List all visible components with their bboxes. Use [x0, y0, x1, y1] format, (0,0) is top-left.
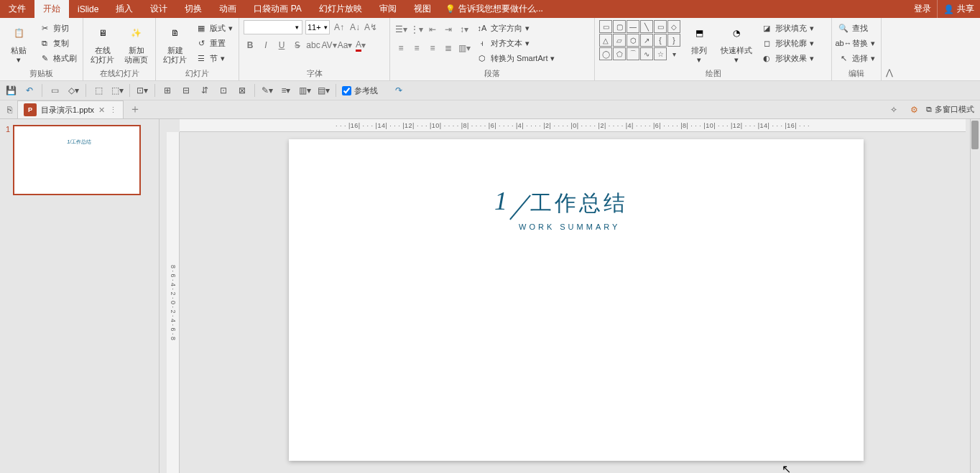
- pin-button[interactable]: ✧: [886, 102, 902, 118]
- cut-button[interactable]: ✂剪切: [37, 22, 78, 34]
- qa-btn-13[interactable]: ▥▾: [298, 84, 311, 97]
- multi-window-button[interactable]: ⧉ 多窗口模式: [926, 102, 974, 118]
- menu-review[interactable]: 审阅: [371, 0, 405, 18]
- replace-icon: ab↔: [838, 37, 849, 49]
- menu-transition[interactable]: 切换: [176, 0, 211, 18]
- qa-btn-7[interactable]: ⊟: [180, 84, 193, 97]
- shape-outline-button[interactable]: ◻形状轮廓 ▾: [759, 37, 815, 50]
- shadow-button[interactable]: abc: [307, 39, 320, 52]
- font-size-select[interactable]: 11+▾: [305, 20, 330, 34]
- strike-button[interactable]: S̶: [291, 39, 304, 52]
- layout-button[interactable]: ▦版式 ▾: [194, 22, 234, 34]
- section-button[interactable]: ☰节 ▾: [194, 52, 234, 65]
- vertical-scroll-thumb[interactable]: [971, 121, 979, 149]
- reset-button[interactable]: ↺重置: [194, 37, 234, 50]
- close-tab-button[interactable]: ✕: [98, 106, 105, 115]
- font-family-select[interactable]: ▾: [244, 20, 302, 34]
- slide-canvas[interactable]: 1 工作总结 WORK SUMMARY: [289, 139, 864, 461]
- qa-btn-10[interactable]: ⊠: [236, 84, 249, 97]
- underline-button[interactable]: U: [275, 39, 288, 52]
- qa-btn-8[interactable]: ⇵: [198, 84, 211, 97]
- group-online-slides: 🖥 在线 幻灯片 ✨ 新加 动画页 在线幻灯片: [83, 18, 156, 80]
- horizontal-ruler[interactable]: · · · |16| · · · |14| · · · |12| · · · |…: [180, 119, 966, 132]
- shape-gallery[interactable]: ▭▢—╲▭◇ △▱⬡↗{} ◯⬠⌒∿☆▾: [599, 20, 680, 60]
- tell-me-box[interactable]: 告诉我您想要做什么...: [440, 0, 549, 18]
- menu-view[interactable]: 视图: [405, 0, 440, 18]
- font-color-button[interactable]: A▾: [354, 39, 367, 52]
- new-anim-page-button[interactable]: ✨ 新加 动画页: [121, 20, 151, 66]
- save-button[interactable]: 💾: [4, 84, 17, 97]
- qa-btn-6[interactable]: ⊞: [161, 84, 174, 97]
- ribbon-collapse-button[interactable]: ⋀: [882, 18, 897, 80]
- format-painter-icon: ✎: [39, 52, 50, 64]
- shrink-font-button[interactable]: A↓: [348, 21, 361, 34]
- slide-thumbnail-1[interactable]: 1/工作总结: [13, 125, 141, 195]
- share-label: 共享: [957, 3, 974, 15]
- find-button[interactable]: 🔍查找: [836, 22, 877, 34]
- bullets-button[interactable]: ☰▾: [394, 23, 407, 36]
- qa-btn-14[interactable]: ▤▾: [317, 84, 330, 97]
- indent-dec-button[interactable]: ⇤: [426, 23, 439, 36]
- tab-menu-icon[interactable]: ⋮: [109, 106, 117, 115]
- paste-button[interactable]: 📋 粘贴▾: [4, 20, 33, 66]
- new-slide-button[interactable]: 🗎 新建 幻灯片: [160, 20, 190, 66]
- shape-fill-button[interactable]: ◪形状填充 ▾: [759, 22, 815, 34]
- arrange-button[interactable]: ⬒ 排列▾: [685, 20, 713, 66]
- share-button[interactable]: 👤共享: [937, 0, 980, 18]
- copy-button[interactable]: ⧉复制: [37, 37, 78, 50]
- qa-btn-3[interactable]: ⬚: [92, 84, 105, 97]
- line-spacing-button[interactable]: ↕▾: [458, 23, 471, 36]
- login-button[interactable]: 登录: [908, 0, 937, 18]
- qa-btn-5[interactable]: ⊡▾: [136, 84, 149, 97]
- align-right-button[interactable]: ≡: [426, 42, 439, 55]
- menu-animation[interactable]: 动画: [211, 0, 245, 18]
- menu-pa[interactable]: 口袋动画 PA: [245, 0, 310, 18]
- replace-button[interactable]: ab↔替换 ▾: [836, 37, 877, 50]
- qa-btn-11[interactable]: ✎▾: [261, 84, 274, 97]
- vertical-scrollbar[interactable]: [970, 119, 980, 473]
- menu-design[interactable]: 设计: [142, 0, 176, 18]
- italic-button[interactable]: I: [259, 39, 272, 52]
- grow-font-button[interactable]: A↑: [333, 21, 346, 34]
- menu-home[interactable]: 开始: [34, 0, 69, 18]
- align-left-button[interactable]: ≡: [394, 42, 407, 55]
- undo-button[interactable]: ↶: [23, 84, 36, 97]
- qa-btn-4[interactable]: ⬚▾: [111, 84, 124, 97]
- numbering-button[interactable]: ⋮▾: [410, 23, 423, 36]
- menu-insert[interactable]: 插入: [107, 0, 142, 18]
- vertical-ruler[interactable]: 8 · 6 · 4 · 2 · 0 · 2 · 4 · 6 · 8: [167, 132, 180, 473]
- case-button[interactable]: Aa▾: [338, 39, 351, 52]
- indent-inc-button[interactable]: ⇥: [442, 23, 455, 36]
- align-justify-button[interactable]: ≣: [442, 42, 455, 55]
- tab-nav-icon[interactable]: ⎘: [3, 103, 16, 116]
- shape-effect-button[interactable]: ◐形状效果 ▾: [759, 52, 815, 65]
- text-direction-button[interactable]: ↕A文字方向 ▾: [475, 22, 556, 34]
- format-painter-button[interactable]: ✎格式刷: [37, 52, 78, 65]
- bold-button[interactable]: B: [244, 39, 256, 52]
- menu-islide[interactable]: iSlide: [69, 0, 107, 18]
- menu-slideshow[interactable]: 幻灯片放映: [310, 0, 371, 18]
- redo-button[interactable]: ↷: [392, 84, 405, 97]
- columns-button[interactable]: ▥▾: [458, 42, 471, 55]
- settings-button[interactable]: ⚙: [906, 102, 922, 118]
- add-tab-button[interactable]: ＋: [128, 103, 142, 117]
- menu-file[interactable]: 文件: [0, 0, 34, 18]
- online-slide-button[interactable]: 🖥 在线 幻灯片: [88, 20, 117, 66]
- guideline-checkbox-input[interactable]: [342, 86, 351, 95]
- qa-btn-1[interactable]: ▭: [48, 84, 61, 97]
- align-center-button[interactable]: ≡: [410, 42, 423, 55]
- align-text-button[interactable]: ⫞对齐文本 ▾: [475, 37, 556, 50]
- clear-format-button[interactable]: A↯: [364, 21, 377, 34]
- slide-subtitle[interactable]: WORK SUMMARY: [519, 223, 620, 231]
- qa-btn-12[interactable]: ≡▾: [279, 84, 292, 97]
- document-tab[interactable]: P 目录演示1.pptx ✕ ⋮: [17, 100, 124, 118]
- slide-title-group[interactable]: 1 工作总结: [494, 188, 628, 218]
- qa-btn-2[interactable]: ◇▾: [67, 84, 80, 97]
- guideline-checkbox[interactable]: 参考线: [342, 85, 378, 96]
- slide-title-slash: [509, 195, 531, 220]
- quick-style-button[interactable]: ◔ 快速样式▾: [718, 20, 755, 66]
- qa-btn-9[interactable]: ⊡: [217, 84, 230, 97]
- select-button[interactable]: ↖选择 ▾: [836, 52, 877, 65]
- smartart-button[interactable]: ⬡转换为 SmartArt ▾: [475, 52, 556, 65]
- spacing-button[interactable]: AV▾: [323, 39, 336, 52]
